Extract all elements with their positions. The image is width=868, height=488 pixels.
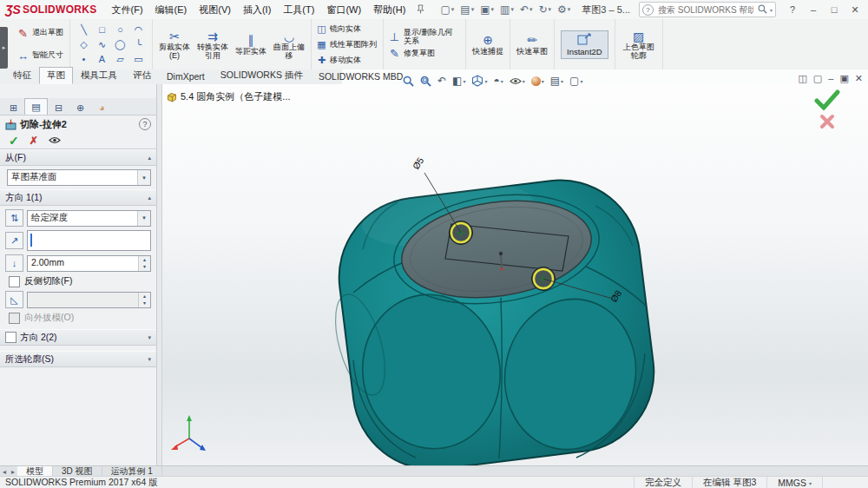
tab-evaluate[interactable]: 评估 (125, 67, 159, 84)
fillet-icon[interactable]: ╰ (129, 37, 148, 52)
search-magnifier-icon[interactable] (758, 4, 767, 16)
minimize-doc-icon[interactable]: – (828, 73, 833, 84)
spin-down-icon[interactable]: ▾ (139, 300, 150, 307)
feature-tree-tab[interactable]: ⊞ (3, 101, 24, 115)
menu-view[interactable]: 视图(V) (193, 1, 237, 19)
circle-icon[interactable]: ○ (111, 23, 129, 37)
draft-outward-checkbox[interactable] (9, 313, 20, 324)
undo-icon[interactable]: ↶▾ (517, 3, 536, 16)
display-relations-button[interactable]: ⊥ 显示/删除几何关系 (388, 29, 461, 45)
text-icon[interactable]: A (93, 52, 111, 67)
point-icon[interactable]: • (75, 52, 93, 67)
hide-show-items-icon[interactable]: ▾ (508, 76, 527, 86)
rebuild-icon[interactable]: ↻▾ (536, 3, 555, 16)
menu-pin-icon[interactable] (417, 4, 424, 16)
section-selected-contours[interactable]: 所选轮廓(S) ▾ (0, 351, 156, 367)
arc-icon[interactable]: ◠ (129, 23, 148, 37)
pm-cancel-button[interactable]: ✗ (30, 135, 38, 147)
repair-sketch-button[interactable]: ✎ 修复草图 (388, 47, 461, 60)
confirm-cancel-icon[interactable] (819, 114, 835, 131)
model-view[interactable]: Ø5 Ø8 (161, 84, 868, 465)
zoom-fit-icon[interactable] (401, 75, 416, 88)
linear-pattern-button[interactable]: ▦ 线性草图阵列 (316, 37, 378, 51)
end-condition-select[interactable]: 给定深度 ▾ (27, 210, 151, 227)
offset-on-surface-button[interactable]: ◡ 曲面上偏移 (272, 29, 306, 61)
app-help-button[interactable]: ? (783, 3, 802, 16)
display-style-icon[interactable]: ◓▾ (491, 74, 504, 88)
spin-down-icon[interactable]: ▾ (139, 263, 150, 271)
reverse-direction-button[interactable]: ⇅ (5, 209, 23, 227)
tab-features[interactable]: 特征 (5, 67, 39, 84)
smart-dimension-button[interactable]: ↔ 智能尺寸 (16, 45, 65, 66)
options-icon[interactable]: ⚙▾ (555, 3, 573, 16)
quick-snaps-button[interactable]: ⊕ 快速捕捉 (470, 32, 505, 56)
edit-appearance-icon[interactable]: ▾ (529, 76, 546, 87)
menu-tools[interactable]: 工具(T) (277, 1, 320, 19)
shaded-contours-button[interactable]: ▨ 上色草图轮廓 (620, 29, 658, 61)
previous-view-icon[interactable]: ↶ (436, 74, 448, 88)
section-from[interactable]: 从(F) ▴ (0, 149, 156, 166)
units-select[interactable]: MMGS▾ (766, 477, 822, 488)
direction2-checkbox[interactable] (5, 332, 16, 343)
spin-up-icon[interactable]: ▴ (139, 256, 150, 264)
direction-reference-box[interactable] (27, 230, 151, 251)
chevron-down-icon[interactable]: ▾ (137, 170, 150, 185)
section-direction1[interactable]: 方向 1(1) ▴ (0, 189, 156, 206)
close-button[interactable]: ✕ (845, 3, 865, 17)
menu-help[interactable]: 帮助(H) (367, 1, 411, 19)
line-icon[interactable]: ╲ (75, 23, 93, 37)
minimize-button[interactable]: – (804, 3, 823, 16)
spin-up-icon[interactable]: ▴ (139, 293, 150, 300)
graphics-viewport[interactable]: Ø5 Ø8 (161, 84, 868, 465)
print-icon[interactable]: ▥▾ (497, 3, 516, 16)
spline-icon[interactable]: ∿ (93, 37, 111, 52)
tab-solidworks-addins[interactable]: SOLIDWORKS 插件 (213, 67, 311, 84)
convert-entities-button[interactable]: ⇉ 转换实体引用 (195, 29, 230, 61)
instant2d-toggle[interactable]: Instant2D (561, 30, 608, 59)
view-orientation-icon[interactable]: ▾ (470, 74, 489, 88)
float-pane-icon[interactable]: ▢ (813, 73, 822, 84)
property-manager-tab[interactable]: ▤ (24, 98, 48, 115)
dimxpert-tab[interactable]: ⊕ (69, 101, 91, 115)
from-plane-select[interactable]: 草图基准面 ▾ (7, 169, 151, 186)
menu-insert[interactable]: 插入(I) (237, 1, 277, 19)
polygon-icon[interactable]: ◇ (75, 37, 93, 52)
ellipse-icon[interactable]: ◯ (111, 37, 129, 52)
slot-icon[interactable]: ▭ (129, 52, 148, 67)
tab-dimxpert[interactable]: DimXpert (159, 69, 213, 84)
pm-ok-button[interactable]: ✓ (9, 134, 19, 148)
zoom-area-icon[interactable] (418, 75, 433, 88)
tab-solidworks-mbd[interactable]: SOLIDWORKS MBD (311, 69, 411, 84)
plane-icon[interactable]: ▱ (111, 52, 129, 67)
restore-button[interactable]: □ (825, 3, 844, 16)
flyout-title[interactable]: 5.4 圆角实例（色子建模... (181, 90, 291, 103)
search-caret-icon[interactable]: ▾ (770, 7, 773, 13)
depth-input[interactable]: 2.00mm ▴▾ (27, 255, 151, 272)
rapid-sketch-button[interactable]: ✏ 快速草图 (515, 32, 549, 56)
taskpane-flyout-arrow[interactable]: ▸ (0, 27, 8, 69)
mirror-entities-button[interactable]: ◫ 镜向实体 (316, 22, 378, 36)
search-input[interactable] (656, 4, 755, 16)
section-direction2[interactable]: 方向 2(2) ▾ (0, 329, 156, 346)
draft-input[interactable]: ▴▾ (27, 292, 151, 308)
tab-sketch[interactable]: 草图 (39, 67, 73, 84)
tab-mold-tools[interactable]: 模具工具 (73, 67, 125, 84)
split-pane-icon[interactable]: ◫ (798, 73, 806, 84)
apply-scene-icon[interactable]: ▤▾ (549, 74, 565, 88)
menu-window[interactable]: 窗口(W) (320, 1, 367, 19)
offset-entities-button[interactable]: ∥ 等距实体 (233, 32, 268, 56)
view-settings-icon[interactable]: ▢▾ (568, 74, 584, 88)
close-doc-icon[interactable]: ✕ (855, 73, 863, 84)
new-document-icon[interactable]: ▢▾ (437, 3, 457, 16)
corner-rectangle-icon[interactable]: □ (93, 23, 111, 37)
display-manager-tab[interactable]: ◕ (91, 101, 113, 115)
exit-sketch-button[interactable]: ✎ 退出草图 (16, 23, 65, 43)
dice-body[interactable] (326, 171, 662, 465)
open-document-icon[interactable]: ▤▾ (457, 3, 477, 16)
confirm-ok-icon[interactable] (814, 89, 840, 112)
menu-file[interactable]: 文件(F) (106, 1, 149, 19)
configuration-tab[interactable]: ⊟ (48, 101, 69, 115)
restore-doc-icon[interactable]: ▣ (839, 73, 848, 84)
flip-side-checkbox[interactable] (9, 276, 20, 287)
pm-preview-icon[interactable] (49, 135, 61, 146)
